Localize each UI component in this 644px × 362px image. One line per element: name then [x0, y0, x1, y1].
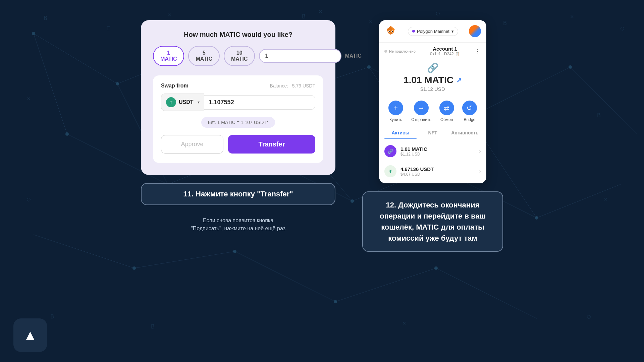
usdt-asset-chevron-icon: ›	[479, 168, 481, 175]
send-action[interactable]: → Отправить	[411, 101, 431, 122]
token-amount-input[interactable]	[204, 95, 315, 110]
asset-row-usdt[interactable]: ₮ 4.67136 USDT $4.67 USD ›	[379, 161, 486, 181]
token-selector: T USDT ▾	[161, 94, 315, 111]
tab-nft[interactable]: NFT	[417, 127, 449, 139]
usdt-icon: T	[166, 97, 176, 107]
swap-card-title: How much MATIC would you like?	[153, 31, 323, 39]
transfer-button[interactable]: Transfer	[228, 135, 315, 154]
mm-tabs: Активы NFT Активность	[379, 127, 486, 139]
buy-label: Купить	[389, 117, 402, 122]
svg-point-67	[392, 31, 393, 32]
chain-link-icon: 🔗	[384, 62, 481, 73]
swap-from-label: Swap from	[161, 83, 189, 89]
chevron-down-icon: ▾	[198, 100, 200, 105]
balance-amount: 1.01 MATIC ↗	[384, 75, 481, 85]
matic-suffix-label: MATIC	[345, 53, 361, 59]
network-label: Polygon Mainnet	[417, 29, 449, 34]
usdt-asset-info: 4.67136 USDT $4.67 USD	[400, 166, 475, 177]
trend-icon[interactable]: ↗	[456, 76, 462, 84]
logo-icon: ▲	[23, 327, 37, 343]
swap-from-section: Swap from Balance: 5.79 USDT T USDT ▾	[153, 75, 323, 163]
matic-asset-icon: 🔗	[384, 145, 396, 157]
instruction-11-box: 11. Нажмите кнопку "Transfer"	[141, 183, 335, 205]
mm-actions-row: + Купить → Отправить ⇄ Обмен ↺ Bridge	[379, 97, 486, 127]
tab-assets[interactable]: Активы	[384, 127, 417, 139]
swap-label: Обмен	[440, 117, 453, 122]
estimate-badge: Est. 1 MATIC = 1.107 USDT*	[201, 117, 275, 128]
mm-account-section: Не подключено Account 1 0x1c1...D242 📋 ⋮	[379, 43, 486, 59]
svg-point-66	[389, 31, 390, 32]
custom-amount-input[interactable]	[259, 49, 341, 63]
balance-value: 5.79 USDT	[292, 83, 315, 88]
matic-asset-info: 1.01 MATIC $1.12 USD	[400, 146, 475, 157]
matic-asset-chevron-icon: ›	[479, 148, 481, 155]
swap-action[interactable]: ⇄ Обмен	[439, 101, 454, 122]
network-selector[interactable]: Polygon Mainnet ▾	[408, 27, 458, 36]
mm-balance-section: 🔗 1.01 MATIC ↗ $1.12 USD	[379, 59, 486, 97]
not-connected-text: Не подключено	[389, 49, 416, 53]
token-dropdown[interactable]: T USDT ▾	[161, 94, 204, 111]
bridge-label: Bridge	[464, 117, 476, 122]
not-connected-indicator: Не подключено	[384, 49, 416, 53]
svg-text:₮: ₮	[389, 169, 392, 174]
approve-button[interactable]: Approve	[161, 135, 223, 154]
buy-action[interactable]: + Купить	[388, 101, 403, 122]
buy-icon: +	[388, 101, 403, 115]
mm-assets-list: 🔗 1.01 MATIC $1.12 USD › ₮	[379, 139, 486, 183]
usdt-asset-icon: ₮	[384, 165, 396, 177]
globe-icon[interactable]	[469, 25, 481, 37]
send-label: Отправить	[411, 117, 431, 122]
right-panel: Polygon Mainnet ▾ Не подключено Account …	[362, 20, 503, 252]
usdt-asset-usd: $4.67 USD	[400, 172, 475, 177]
matic-asset-name: 1.01 MATIC	[400, 146, 475, 152]
bridge-action[interactable]: ↺ Bridge	[462, 101, 477, 122]
send-icon: →	[414, 101, 429, 115]
more-options-button[interactable]: ⋮	[474, 47, 481, 55]
balance-label: Balance:	[270, 83, 288, 88]
balance-display: Balance: 5.79 USDT	[270, 83, 315, 88]
custom-amount-group: MATIC	[259, 46, 361, 66]
matic-btn-10[interactable]: 10 MATIC	[224, 46, 255, 66]
balance-usd: $1.12 USD	[384, 86, 481, 92]
logo-box: ▲	[13, 318, 47, 352]
account-address: 0x1c1...D242 📋	[430, 52, 460, 56]
matic-btn-5[interactable]: 5 MATIC	[188, 46, 219, 66]
copy-icon[interactable]: 📋	[455, 52, 460, 56]
asset-row-matic[interactable]: 🔗 1.01 MATIC $1.12 USD ›	[379, 141, 486, 161]
matic-asset-usd: $1.12 USD	[400, 152, 475, 157]
swap-from-header: Swap from Balance: 5.79 USDT	[161, 83, 315, 89]
instruction-12-text: 12. Дождитесь окончанияоперации и перейд…	[372, 199, 493, 244]
usdt-asset-name: 4.67136 USDT	[400, 166, 475, 172]
metamask-card: Polygon Mainnet ▾ Не подключено Account …	[379, 20, 486, 183]
network-chevron-icon: ▾	[451, 29, 454, 34]
metamask-logo	[384, 25, 397, 38]
network-dot-icon	[412, 30, 415, 33]
matic-options: 1 MATIC 5 MATIC 10 MATIC MATIC	[153, 46, 323, 66]
instruction-12-box: 12. Дождитесь окончанияоперации и перейд…	[362, 191, 503, 252]
swap-card: How much MATIC would you like? 1 MATIC 5…	[141, 20, 335, 175]
sub-instruction-text: Если снова появится кнопка"Подписать", н…	[191, 217, 285, 233]
not-connected-dot-icon	[384, 50, 387, 53]
swap-icon: ⇄	[439, 101, 454, 115]
instruction-11-text: 11. Нажмите кнопку "Transfer"	[152, 190, 324, 198]
account-info: Account 1 0x1c1...D242 📋	[430, 46, 460, 56]
account-name: Account 1	[430, 46, 460, 52]
tab-activity[interactable]: Активность	[449, 127, 481, 139]
bridge-icon: ↺	[462, 101, 477, 115]
token-name-label: USDT	[179, 99, 194, 105]
mm-header: Polygon Mainnet ▾	[379, 20, 486, 43]
action-buttons: Approve Transfer	[161, 135, 315, 154]
left-panel: How much MATIC would you like? 1 MATIC 5…	[141, 20, 335, 233]
matic-btn-1[interactable]: 1 MATIC	[153, 46, 184, 66]
